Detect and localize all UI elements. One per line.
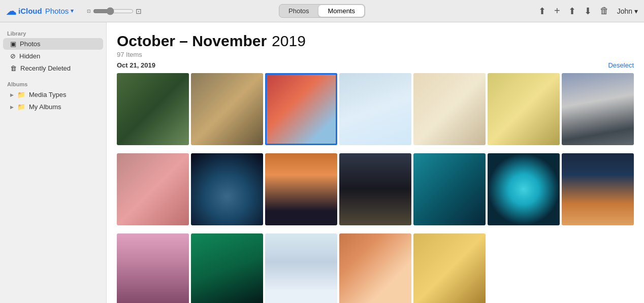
sidebar-item-recently-deleted[interactable]: 🗑 Recently Deleted — [3, 62, 103, 74]
photo-thumb[interactable] — [191, 233, 263, 303]
photo-thumb[interactable] — [265, 233, 337, 303]
sidebar-item-media-types[interactable]: ▶ 📁 Media Types — [3, 89, 103, 100]
download-icon[interactable]: ⬇ — [584, 6, 592, 17]
sidebar-item-hidden[interactable]: ⊘ Hidden — [3, 50, 103, 62]
photo-thumb[interactable] — [413, 73, 486, 145]
content-area: October – November 2019 97 Items Oct 21,… — [107, 22, 644, 303]
albums-section-label: Albums — [0, 78, 106, 88]
page-title-year: 2019 — [272, 32, 306, 50]
library-section-label: Library — [0, 27, 106, 38]
recently-deleted-icon: 🗑 — [10, 64, 17, 72]
sidebar-my-albums-label: My Albums — [29, 103, 61, 111]
page-title-main: October – November — [117, 32, 267, 50]
photo-thumb[interactable] — [339, 73, 411, 145]
zoom-slider[interactable] — [93, 7, 134, 15]
sidebar-hidden-label: Hidden — [19, 52, 40, 60]
photo-thumb[interactable] — [413, 233, 486, 303]
expand-icon: ▶ — [10, 92, 14, 97]
photo-thumb[interactable] — [117, 233, 189, 303]
icloud-label: iCloud — [18, 7, 42, 15]
photo-thumb[interactable] — [191, 73, 263, 145]
photo-thumb[interactable] — [265, 153, 337, 225]
photos-icon: ▣ — [10, 40, 16, 48]
section-date-oct21: Oct 21, 2019 — [117, 61, 155, 69]
page-title-row: October – November 2019 — [117, 32, 634, 50]
photo-thumb[interactable] — [339, 233, 411, 303]
moments-view-button[interactable]: Moments — [319, 5, 364, 17]
sidebar: Library ▣ Photos ⊘ Hidden 🗑 Recently Del… — [0, 22, 107, 303]
sidebar-item-my-albums[interactable]: ▶ 📁 My Albums — [3, 101, 103, 113]
photo-thumb-selected[interactable] — [265, 73, 337, 145]
sidebar-media-types-label: Media Types — [29, 91, 66, 98]
topbar: ☁ iCloud Photos ▾ ⊡ ⊡ Photos Moments ⬆︎ … — [0, 0, 644, 22]
photo-grid-row3 — [117, 233, 634, 303]
upload-cloud-icon[interactable]: ⬆︎ — [538, 6, 546, 17]
toolbar-right: ⬆︎ + ⬆ ⬇ 🗑 John ▾ — [538, 5, 638, 17]
folder-icon-2: 📁 — [17, 103, 25, 111]
share-icon[interactable]: ⬆ — [568, 6, 576, 17]
photo-thumb[interactable] — [562, 73, 634, 145]
photo-thumb[interactable] — [191, 153, 263, 225]
items-count: 97 Items — [117, 51, 634, 58]
zoom-small-icon: ⊡ — [87, 9, 91, 14]
content-header: October – November 2019 97 Items — [117, 32, 634, 58]
photo-thumb[interactable] — [339, 153, 411, 225]
photo-thumb[interactable] — [117, 73, 189, 145]
sidebar-photos-label: Photos — [20, 40, 40, 48]
main-layout: Library ▣ Photos ⊘ Hidden 🗑 Recently Del… — [0, 22, 644, 303]
empty-cell-2 — [562, 233, 634, 303]
photo-grid-row2 — [117, 153, 634, 225]
add-icon[interactable]: + — [554, 5, 560, 17]
photo-thumb[interactable] — [488, 153, 560, 225]
sidebar-item-photos[interactable]: ▣ Photos — [3, 38, 103, 50]
deselect-button[interactable]: Deselect — [608, 61, 634, 69]
photos-view-button[interactable]: Photos — [279, 5, 318, 17]
sidebar-recently-deleted-label: Recently Deleted — [20, 64, 71, 72]
zoom-control: ⊡ ⊡ — [87, 7, 142, 15]
hidden-icon: ⊘ — [10, 52, 16, 60]
zoom-large-icon: ⊡ — [136, 7, 142, 15]
expand-icon-2: ▶ — [10, 105, 14, 110]
photo-thumb[interactable] — [413, 153, 486, 225]
icloud-logo[interactable]: ☁ iCloud Photos ▾ — [6, 5, 74, 17]
photo-thumb[interactable] — [117, 153, 189, 225]
photo-grid-row1 — [117, 73, 634, 145]
user-menu[interactable]: John ▾ — [617, 7, 638, 15]
photo-thumb[interactable] — [562, 153, 634, 225]
dropdown-icon[interactable]: ▾ — [71, 8, 74, 14]
section-header-row: Oct 21, 2019 Deselect — [117, 61, 634, 69]
empty-cell — [488, 233, 560, 303]
photo-thumb[interactable] — [488, 73, 560, 145]
photos-app-label: Photos — [45, 7, 69, 15]
view-toggle: Photos Moments — [279, 4, 365, 18]
icloud-cloud-icon: ☁ — [6, 5, 16, 17]
folder-icon: 📁 — [17, 91, 25, 98]
trash-icon[interactable]: 🗑 — [600, 6, 609, 16]
